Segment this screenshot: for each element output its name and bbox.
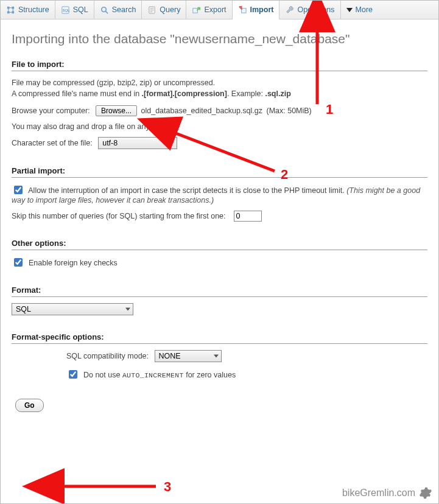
section-format-specific: Format-specific options:: [12, 332, 427, 344]
compat-row: SQL compatibility mode: NONE: [66, 350, 427, 362]
gear-icon: [419, 486, 432, 500]
tab-import[interactable]: Import: [233, 1, 280, 19]
tab-label: Structure: [18, 5, 49, 14]
compress-note-line2c: . Example:: [227, 89, 265, 98]
allow-interrupt-label: Allow the interruption of an import in c…: [28, 186, 346, 195]
tab-export[interactable]: Export: [186, 1, 232, 19]
compress-note-example: .sql.zip: [265, 89, 290, 98]
allow-interrupt-row: Allow the interruption of an import in c…: [12, 184, 427, 205]
dropdown-caret-icon: [346, 8, 353, 12]
selected-file: old_database_edited_backup.sql.gz: [141, 107, 262, 115]
skip-queries-input[interactable]: [234, 211, 262, 222]
compress-note-line2a: A compressed file's name must end in: [12, 89, 142, 98]
allow-interrupt-checkbox[interactable]: [14, 186, 23, 194]
compress-note-format: .[format].[compression]: [142, 89, 227, 98]
svg-rect-2: [7, 11, 10, 13]
format-specific-block: SQL compatibility mode: NONE Do not use …: [12, 350, 427, 380]
autoinc-code: AUTO_INCREMENT: [122, 371, 184, 379]
content-area: Importing into the database "newusername…: [1, 19, 438, 412]
tab-label: SQL: [73, 5, 88, 14]
section-file-to-import: File to import:: [12, 60, 427, 71]
annotation-number-3: 3: [164, 479, 171, 495]
svg-rect-3: [12, 11, 14, 13]
charset-label: Character set of the file:: [12, 139, 93, 147]
autoinc-row: Do not use AUTO_INCREMENT for zero value…: [66, 368, 427, 380]
browse-row: Browse your computer: Browse... old_data…: [12, 105, 427, 116]
svg-rect-0: [7, 6, 10, 9]
svg-line-7: [105, 11, 108, 13]
operations-icon: [285, 5, 294, 15]
tab-query[interactable]: Query: [142, 1, 186, 19]
compress-note: File may be compressed (gzip, bzip2, zip…: [12, 77, 427, 99]
tab-label: Query: [160, 5, 180, 14]
structure-icon: [6, 5, 15, 15]
tab-structure[interactable]: Structure: [1, 1, 55, 19]
tab-bar: Structure SQL SQL Search Query Export Im…: [1, 1, 438, 19]
tab-label: Export: [204, 5, 226, 14]
compress-note-line1: File may be compressed (gzip, bzip2, zip…: [12, 79, 215, 87]
page-title: Importing into the database "newusername…: [12, 32, 427, 46]
tab-label: Operations: [297, 5, 334, 14]
query-icon: [147, 5, 156, 15]
watermark: bikeGremlin.com: [342, 486, 432, 500]
charset-row: Character set of the file: utf-8: [12, 137, 427, 149]
autoinc-label-b: for zero values: [184, 371, 236, 379]
tab-search[interactable]: Search: [94, 1, 142, 19]
browse-label: Browse your computer:: [12, 107, 90, 115]
tab-label: Import: [250, 5, 274, 14]
browse-button[interactable]: Browse...: [96, 105, 137, 116]
sql-icon: SQL: [61, 5, 70, 15]
autoinc-label-a: Do not use: [83, 371, 122, 379]
compat-select[interactable]: NONE: [155, 350, 222, 362]
search-icon: [100, 5, 109, 15]
svg-rect-12: [193, 8, 198, 13]
watermark-text: bikeGremlin.com: [342, 488, 415, 499]
import-icon: [238, 5, 247, 15]
charset-select[interactable]: utf-8: [98, 137, 177, 149]
tab-operations[interactable]: Operations: [279, 1, 340, 19]
section-partial-import: Partial import:: [12, 166, 427, 178]
format-row: SQL: [12, 303, 427, 315]
compat-label: SQL compatibility mode:: [66, 352, 149, 360]
skip-queries-row: Skip this number of queries (for SQL) st…: [12, 211, 427, 222]
autoinc-checkbox[interactable]: [69, 370, 77, 379]
skip-queries-label: Skip this number of queries (for SQL) st…: [12, 212, 226, 220]
svg-rect-1: [12, 6, 14, 9]
section-format: Format:: [12, 285, 427, 297]
fk-checkbox[interactable]: [14, 258, 23, 267]
go-button[interactable]: Go: [15, 399, 44, 412]
dragdrop-note: You may also drag and drop a file on any…: [12, 122, 427, 131]
svg-text:SQL: SQL: [63, 9, 69, 12]
max-size-note: (Max: 50MiB): [266, 107, 311, 115]
section-other-options: Other options:: [12, 239, 427, 250]
tab-label: Search: [112, 5, 136, 14]
tab-sql[interactable]: SQL SQL: [55, 1, 94, 19]
fk-row: Enable foreign key checks: [12, 256, 427, 268]
export-icon: [192, 5, 201, 15]
svg-point-6: [102, 7, 107, 12]
tab-label: More: [356, 5, 373, 14]
tab-more[interactable]: More: [341, 1, 378, 19]
format-select[interactable]: SQL: [12, 303, 133, 315]
fk-label: Enable foreign key checks: [29, 259, 118, 267]
